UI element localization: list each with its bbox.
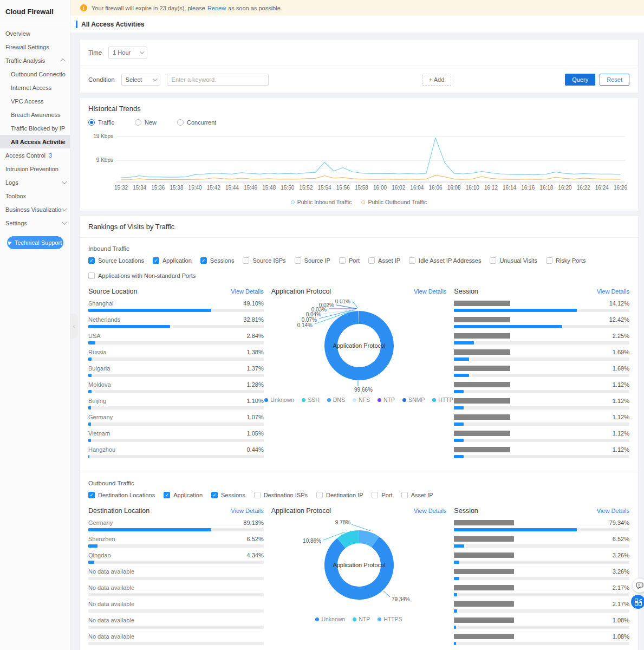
radio-traffic[interactable]: Traffic (88, 119, 114, 126)
legend-item-ntp[interactable]: NTP (378, 396, 395, 403)
checkbox-destination-isps[interactable]: Destination ISPs (254, 492, 308, 498)
view-details-link[interactable]: View Details (231, 288, 263, 295)
reset-button[interactable]: Reset (600, 74, 629, 86)
view-details-link[interactable]: View Details (231, 508, 263, 514)
sidebar-item-overview[interactable]: Overview (0, 27, 70, 40)
legend-label: HTTP (438, 396, 453, 403)
sidebar-item-label: Toolbox (5, 193, 26, 199)
checkbox-sessions[interactable]: ✓Sessions (211, 492, 245, 498)
checkbox-port[interactable]: Port (372, 492, 392, 498)
technical-support-button[interactable]: Technical Support (7, 236, 63, 249)
condition-filter-row: Condition Select + Add Query Reset (80, 66, 638, 93)
sidebar-item-toolbox[interactable]: Toolbox (0, 189, 70, 203)
legend-item-nfs[interactable]: NFS (353, 396, 370, 403)
checkbox-application[interactable]: ✓Application (153, 257, 192, 264)
list-item-value: 1.12% (613, 446, 629, 453)
checkbox-idle-asset-ip-addresses[interactable]: Idle Asset IP Addresses (409, 257, 481, 264)
view-details-link[interactable]: View Details (414, 288, 446, 295)
checkbox-asset-ip[interactable]: Asset IP (401, 492, 433, 498)
sidebar-item-logs[interactable]: Logs (0, 176, 70, 189)
view-details-link[interactable]: View Details (414, 508, 446, 514)
radio-concurrent[interactable]: Concurrent (177, 119, 216, 126)
checkbox-icon (490, 257, 496, 264)
sidebar-item-internet-access[interactable]: Internet Access (0, 81, 70, 94)
bar-fill (88, 528, 211, 531)
checkbox-application[interactable]: ✓Application (164, 492, 203, 498)
legend-item-https[interactable]: HTTPS (378, 616, 402, 622)
sidebar-item-outbound-connections[interactable]: Outbound Connections (0, 67, 70, 81)
bar-track (88, 374, 264, 377)
checkbox-asset-ip[interactable]: Asset IP (368, 257, 400, 264)
view-details-link[interactable]: View Details (597, 508, 629, 514)
condition-select-value: Select (126, 76, 142, 83)
add-condition-button[interactable]: + Add (422, 74, 451, 86)
legend-dot-icon (327, 398, 331, 402)
legend-item-unknown[interactable]: Unknown (315, 616, 345, 622)
redacted-label (454, 431, 510, 436)
time-select[interactable]: 1 Hour (108, 47, 147, 58)
keyword-input[interactable] (167, 74, 269, 86)
legend-item-http[interactable]: HTTP (432, 396, 453, 403)
list-item-label: No data available (88, 568, 134, 575)
checkbox-applications-with-non-standard-ports[interactable]: Applications with Non-standard Ports (88, 272, 196, 279)
checkbox-source-ip[interactable]: Source IP (295, 257, 330, 264)
view-details-link[interactable]: View Details (597, 288, 629, 295)
legend-item-unknown[interactable]: Unknown (264, 396, 294, 403)
legend-item-ntp[interactable]: NTP (353, 616, 370, 622)
bar-fill (88, 455, 89, 458)
checkbox-icon (316, 492, 323, 498)
checkbox-unusual-visits[interactable]: Unusual Visits (490, 257, 537, 264)
feedback-chat-button[interactable] (633, 578, 644, 593)
page-header: All Access Activities (70, 16, 644, 32)
app-title: Cloud Firewall (0, 0, 70, 23)
apps-grid-button[interactable] (631, 595, 644, 609)
query-button[interactable]: Query (565, 74, 595, 86)
bar-track (88, 455, 264, 458)
checkbox-source-isps[interactable]: Source ISPs (243, 257, 285, 264)
renew-link[interactable]: Renew (207, 5, 226, 11)
sidebar-item-breach-awareness[interactable]: Breach Awareness (0, 108, 70, 121)
sidebar-item-settings[interactable]: Settings (0, 216, 70, 230)
checkbox-destination-ip[interactable]: Destination IP (316, 492, 363, 498)
redacted-label (454, 634, 514, 639)
sidebar-item-access-control[interactable]: Access Control3 (0, 148, 70, 162)
checkbox-port[interactable]: Port (339, 257, 360, 264)
redacted-label (454, 552, 514, 558)
legend-label: SNMP (408, 396, 425, 403)
condition-select[interactable]: Select (121, 74, 160, 86)
svg-text:19 Kbps: 19 Kbps (93, 133, 113, 139)
bar-fill (454, 422, 464, 426)
list-item-top: Shenzhen6.52% (88, 535, 264, 543)
checkbox-label: Sessions (210, 257, 235, 264)
sidebar-item-all-access-activities[interactable]: All Access Activities (0, 135, 70, 148)
legend-item-snmp[interactable]: SNMP (402, 396, 425, 403)
sidebar-collapse-handle[interactable]: ‹ (70, 314, 78, 339)
source-location-title: Source Location (88, 288, 137, 295)
list-item-value: 79.34% (609, 519, 629, 526)
sidebar-item-business-visualization[interactable]: Business Visualization (0, 203, 70, 216)
legend-item-public-inbound-traffic[interactable]: Public Inbound Traffic (291, 199, 352, 205)
legend-item-public-outbound-traffic[interactable]: Public Outbound Traffic (361, 199, 427, 205)
checkbox-destination-locations[interactable]: ✓Destination Locations (88, 492, 155, 498)
svg-text:10.86%: 10.86% (303, 538, 321, 544)
checkbox-risky-ports[interactable]: Risky Ports (546, 257, 586, 264)
bar-fill (454, 528, 577, 531)
checkbox-sessions[interactable]: ✓Sessions (200, 257, 235, 264)
radio-new[interactable]: New (135, 119, 157, 126)
list-item-label: Russia (88, 349, 107, 355)
sidebar-item-intrusion-prevention[interactable]: Intrusion Prevention (0, 162, 70, 176)
sidebar-item-firewall-settings[interactable]: Firewall Settings (0, 40, 70, 54)
sidebar-item-traffic-blocked-by-ips[interactable]: Traffic Blocked by IPS (0, 121, 70, 135)
bar-track (454, 309, 629, 312)
legend-item-ssh[interactable]: SSH (302, 396, 320, 403)
legend-item-dns[interactable]: DNS (327, 396, 345, 403)
list-item-label: Shenzhen (88, 536, 115, 542)
checkbox-icon (339, 257, 346, 264)
sidebar-item-vpc-access[interactable]: VPC Access (0, 94, 70, 108)
list-item-label: No data available (88, 601, 134, 607)
sidebar-item-traffic-analysis[interactable]: Traffic Analysis (0, 54, 70, 67)
list-item-value: 1.28% (246, 381, 263, 388)
checkbox-source-locations[interactable]: ✓Source Locations (88, 257, 144, 264)
svg-text:0.07%: 0.07% (301, 317, 316, 323)
list-item-value: 89.13% (243, 519, 263, 526)
